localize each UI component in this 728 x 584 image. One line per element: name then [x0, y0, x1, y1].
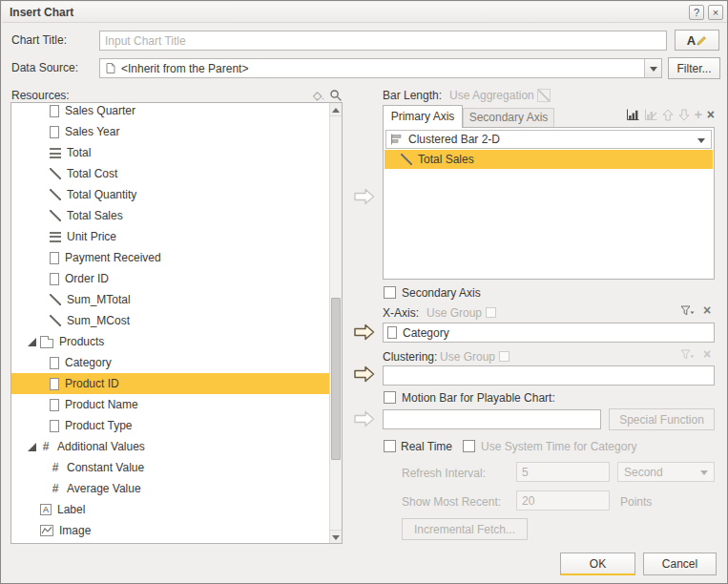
real-time-label: Real Time — [401, 437, 452, 457]
summary-diagonal-icon — [50, 168, 61, 179]
motion-bar-checkbox[interactable] — [384, 391, 396, 404]
tree-item-sales-quarter[interactable]: Sales Quarter — [11, 102, 329, 121]
series-item-total-sales[interactable]: Total Sales — [385, 150, 713, 169]
summary-diagonal-icon — [50, 315, 61, 326]
tree-item-unit-price[interactable]: Unit Price — [11, 226, 329, 247]
tree-item-product-name[interactable]: Product Name — [11, 394, 329, 415]
help-icon[interactable]: ? — [689, 5, 704, 20]
tree-item-total-cost[interactable]: Total Cost — [11, 163, 329, 184]
remove-icon[interactable]: × — [707, 108, 715, 121]
clustering-label: Clustering: — [383, 347, 437, 367]
tree-item-sales-year[interactable]: Sales Year — [11, 121, 329, 142]
tree-item-average-value[interactable]: Average Value — [11, 478, 329, 499]
lines-icon — [50, 148, 61, 158]
refresh-unit-value: Second — [624, 466, 663, 479]
chart-title-label: Chart Title: — [11, 31, 67, 51]
field-icon — [50, 420, 59, 432]
data-source-combo[interactable]: <Inherit from the Parent> — [99, 58, 662, 78]
font-format-button[interactable]: A — [675, 30, 719, 51]
aggregation-icon — [537, 89, 551, 102]
motion-bar-input[interactable] — [383, 409, 601, 429]
tree-item-payment-received[interactable]: Payment Received — [11, 247, 329, 268]
chart-type-combo[interactable]: Clustered Bar 2-D — [385, 130, 712, 149]
show-most-recent-input — [516, 490, 610, 511]
tree-content: Sales Quarter Sales Year Total Total Cos… — [11, 102, 329, 541]
tree-item-total-sales[interactable]: Total Sales — [11, 205, 329, 226]
tree-item-order-id[interactable]: Order ID — [11, 268, 329, 289]
chart-edit-icon[interactable] — [644, 109, 657, 121]
add-to-clustering-arrow-icon[interactable] — [353, 365, 376, 383]
add-to-motion-arrow-icon[interactable] — [353, 410, 376, 428]
x-axis-input[interactable]: Category — [383, 323, 715, 343]
tree-item-product-id[interactable]: Product ID — [11, 373, 329, 394]
tree-item-image[interactable]: Image — [11, 520, 329, 541]
scroll-up-icon[interactable] — [330, 103, 342, 116]
clear-icon[interactable]: × — [703, 303, 711, 317]
filter-button[interactable]: Filter... — [668, 57, 720, 79]
tree-item-constant-value[interactable]: Constant Value — [11, 457, 329, 478]
folder-icon — [40, 339, 53, 348]
move-down-icon[interactable] — [678, 109, 690, 121]
insert-chart-dialog: Insert Chart ? × Chart Title: A Data Sou… — [0, 0, 728, 584]
scroll-down-icon[interactable] — [330, 530, 342, 543]
dialog-title: Insert Chart — [10, 2, 73, 23]
tree-item-total-quantity[interactable]: Total Quantity — [11, 184, 329, 205]
real-time-checkbox[interactable] — [384, 440, 396, 452]
tree-item-products[interactable]: Products — [11, 331, 329, 352]
bar-length-label: Bar Length: — [383, 86, 442, 106]
clustering-use-group-label: Use Group — [440, 347, 495, 367]
clustered-bar-icon — [390, 134, 403, 145]
tree-item-product-type[interactable]: Product Type — [11, 415, 329, 436]
use-group-icon[interactable] — [499, 351, 510, 362]
add-to-x-axis-arrow-icon[interactable] — [353, 323, 376, 341]
search-icon[interactable] — [329, 89, 343, 102]
dropdown-arrow-icon[interactable] — [644, 59, 661, 77]
expand-caret-icon[interactable] — [28, 338, 36, 346]
refresh-interval-label: Refresh Interval: — [402, 464, 486, 484]
close-icon[interactable]: × — [708, 5, 723, 20]
titlebar[interactable]: Insert Chart ? × — [2, 2, 728, 23]
incremental-fetch-button: Incremental Fetch... — [402, 518, 528, 540]
chart-type-value: Clustered Bar 2-D — [408, 133, 500, 146]
system-time-label: Use System Time for Category — [481, 437, 636, 457]
font-format-icon: A — [687, 33, 696, 48]
add-to-series-arrow-icon[interactable] — [353, 188, 376, 205]
secondary-axis-checkbox[interactable] — [384, 286, 396, 299]
data-source-label: Data Source: — [11, 58, 78, 78]
resources-tree[interactable]: Sales Quarter Sales Year Total Total Cos… — [10, 102, 343, 544]
expand-caret-icon[interactable] — [28, 443, 36, 451]
x-axis-value: Category — [403, 326, 449, 340]
filter-funnel-icon[interactable] — [680, 305, 695, 318]
ok-button[interactable]: OK — [560, 553, 635, 575]
tab-primary-axis[interactable]: Primary Axis — [383, 105, 463, 128]
tree-scrollbar[interactable] — [329, 103, 342, 543]
cancel-button[interactable]: Cancel — [643, 553, 717, 575]
summary-diagonal-icon — [50, 210, 61, 221]
scrollbar-thumb[interactable] — [331, 298, 341, 460]
data-source-sheet-icon — [104, 62, 116, 74]
tree-item-sum-mtotal[interactable]: Sum_MTotal — [11, 289, 329, 310]
move-up-icon[interactable] — [662, 109, 674, 121]
label-a-icon — [40, 504, 52, 515]
tab-secondary-axis[interactable]: Secondary Axis — [463, 108, 554, 127]
add-icon[interactable]: + — [695, 108, 702, 121]
tree-item-label[interactable]: Label — [11, 499, 329, 520]
chart-title-input[interactable] — [99, 31, 667, 51]
hash-icon — [50, 483, 61, 495]
x-axis-label: X-Axis: — [383, 303, 419, 323]
tree-item-category[interactable]: Category — [11, 352, 329, 373]
tree-item-sum-mcost[interactable]: Sum_MCost — [11, 310, 329, 331]
tree-item-additional-values[interactable]: Additional Values — [11, 436, 329, 457]
bar-chart-icon[interactable] — [626, 109, 639, 121]
use-group-icon[interactable] — [486, 307, 496, 318]
field-icon — [50, 378, 59, 390]
pencil-icon — [697, 35, 707, 46]
show-most-recent-label: Show Most Recent: — [402, 492, 501, 512]
use-aggregation-label: Use Aggregation — [449, 86, 534, 106]
tree-item-total[interactable]: Total — [11, 142, 329, 163]
field-icon — [50, 357, 59, 369]
clustering-input[interactable] — [383, 365, 715, 386]
system-time-checkbox[interactable] — [463, 440, 475, 452]
hash-icon — [50, 462, 61, 474]
field-icon — [50, 399, 59, 411]
